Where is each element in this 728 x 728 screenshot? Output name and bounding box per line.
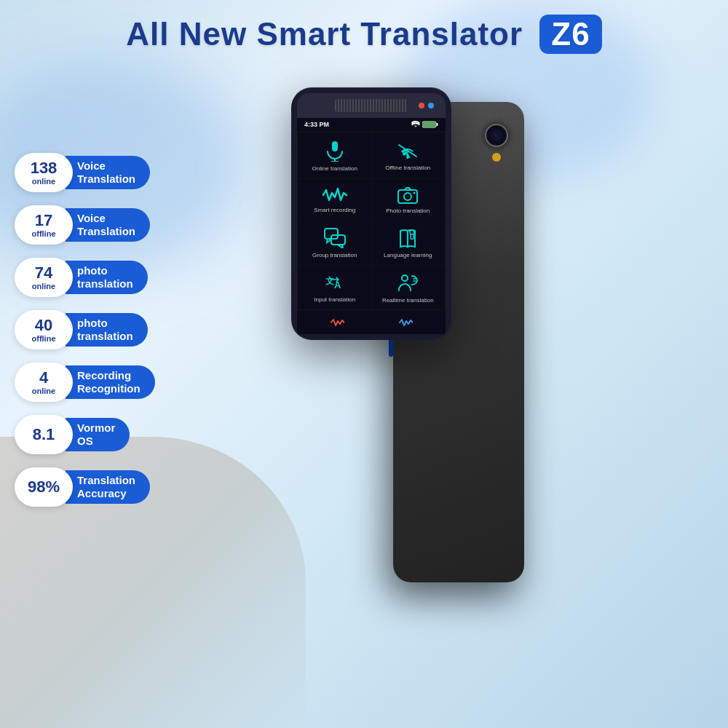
stat-pill-0: 138onlineVoiceTranslation bbox=[15, 153, 155, 192]
cell-label-group-translation: Group translation bbox=[312, 252, 357, 259]
svg-point-6 bbox=[406, 156, 409, 159]
led-blue bbox=[428, 103, 434, 108]
mic-icon bbox=[325, 140, 345, 162]
stat-value-5: 8.1 bbox=[33, 426, 55, 443]
wifi-off-icon bbox=[397, 141, 418, 161]
screen-cell-input-translation[interactable]: 文 A Input translation bbox=[298, 266, 371, 310]
stat-number-5: 8.1 bbox=[15, 415, 73, 454]
stat-number-6: 98% bbox=[15, 467, 73, 507]
page-title: All New Smart Translator Z6 bbox=[0, 15, 728, 54]
stats-container: 138onlineVoiceTranslation17offlineVoiceT… bbox=[15, 153, 155, 507]
stat-label-3: phototranslation bbox=[66, 313, 148, 347]
cell-label-smart-recording: Smart recording bbox=[314, 207, 355, 214]
svg-rect-2 bbox=[423, 122, 435, 127]
stat-label-1: VoiceTranslation bbox=[66, 208, 150, 242]
screen-cell-online-translation[interactable]: Online translation bbox=[298, 132, 371, 178]
stat-sub-0: online bbox=[32, 177, 55, 186]
wifi-icon bbox=[411, 121, 420, 128]
camera-flash bbox=[492, 153, 501, 162]
cell-label-input-translation: Input translation bbox=[314, 296, 355, 304]
stat-number-3: 40offline bbox=[15, 310, 73, 349]
translate-icon: 文 A bbox=[324, 274, 346, 293]
stat-label-6: TranslationAccuracy bbox=[66, 470, 150, 504]
stat-label-2: phototranslation bbox=[66, 261, 148, 294]
phone-back-camera bbox=[483, 124, 510, 162]
chat-icon bbox=[324, 228, 346, 248]
stat-number-4: 4online bbox=[15, 363, 73, 402]
title-main: All New Smart Translator bbox=[126, 16, 523, 52]
stat-value-2: 74 bbox=[35, 264, 52, 282]
svg-rect-1 bbox=[437, 123, 438, 126]
stat-pill-1: 17offlineVoiceTranslation bbox=[15, 205, 155, 245]
stat-label-4: RecordingRecognition bbox=[66, 365, 155, 399]
stat-pill-6: 98%TranslationAccuracy bbox=[15, 467, 155, 507]
stat-number-2: 74online bbox=[15, 258, 73, 297]
cell-label-language-learning: Language learning bbox=[384, 252, 432, 259]
speaker-grille bbox=[335, 99, 408, 112]
svg-text:文: 文 bbox=[325, 276, 334, 286]
stat-value-3: 40 bbox=[35, 317, 52, 334]
stat-number-1: 17offline bbox=[15, 205, 73, 245]
status-icons bbox=[411, 121, 438, 128]
stat-sub-2: online bbox=[32, 282, 55, 290]
stat-value-6: 98% bbox=[28, 478, 60, 496]
screen-cell-smart-recording[interactable]: Smart recording bbox=[298, 179, 371, 221]
stat-pill-2: 74onlinephototranslation bbox=[15, 258, 155, 297]
person-talk-icon bbox=[397, 273, 418, 293]
led-dots bbox=[419, 103, 434, 108]
screen-cell-photo-translation[interactable]: Photo translation bbox=[372, 179, 445, 221]
camera-icon bbox=[397, 186, 418, 204]
stat-pill-3: 40offlinephototranslation bbox=[15, 310, 155, 349]
stat-sub-1: offline bbox=[32, 229, 56, 238]
led-red bbox=[419, 103, 424, 108]
stat-pill-4: 4onlineRecordingRecognition bbox=[15, 363, 155, 402]
svg-text:A: A bbox=[334, 280, 341, 290]
stat-sub-3: offline bbox=[32, 334, 56, 343]
phone-bottom-bar bbox=[297, 311, 446, 334]
svg-point-9 bbox=[414, 191, 416, 194]
screen-cell-language-learning[interactable]: Language learning bbox=[372, 221, 445, 265]
phone-screen: 4:33 PM Online translation bbox=[297, 118, 446, 334]
svg-point-15 bbox=[402, 275, 408, 281]
phone-front: 4:33 PM Online translation bbox=[291, 87, 451, 340]
stat-pill-5: 8.1VormorOS bbox=[15, 415, 155, 454]
bottom-wave-left bbox=[330, 317, 344, 328]
bottom-wave-right bbox=[398, 317, 413, 328]
screen-time: 4:33 PM bbox=[304, 121, 329, 128]
stat-number-0: 138online bbox=[15, 153, 73, 192]
phone-top-bar bbox=[297, 93, 446, 118]
screen-statusbar: 4:33 PM bbox=[297, 118, 446, 131]
stat-label-5: VormorOS bbox=[66, 418, 130, 451]
screen-grid: Online translation Offline translation bbox=[297, 131, 446, 311]
title-badge: Z6 bbox=[539, 15, 601, 54]
screen-cell-group-translation[interactable]: Group translation bbox=[298, 221, 371, 265]
stat-sub-4: online bbox=[32, 387, 55, 395]
stat-label-0: VoiceTranslation bbox=[66, 156, 150, 189]
cell-label-offline-translation: Offline translation bbox=[385, 165, 430, 172]
screen-cell-offline-translation[interactable]: Offline translation bbox=[372, 132, 445, 178]
svg-rect-3 bbox=[332, 141, 338, 151]
cell-label-online-translation: Online translation bbox=[312, 165, 357, 173]
svg-point-8 bbox=[404, 193, 411, 200]
screen-cell-realtime-translation[interactable]: Realtime translation bbox=[372, 266, 445, 310]
stat-value-1: 17 bbox=[35, 212, 52, 229]
stat-value-4: 4 bbox=[39, 369, 48, 387]
book-icon bbox=[397, 228, 418, 248]
wave-icon bbox=[322, 187, 348, 203]
stat-value-0: 138 bbox=[31, 159, 58, 177]
camera-lens bbox=[485, 124, 508, 147]
phone-area: 4:33 PM Online translation bbox=[262, 87, 480, 340]
cell-label-realtime-translation: Realtime translation bbox=[382, 297, 434, 304]
cell-label-photo-translation: Photo translation bbox=[386, 207, 430, 215]
battery-icon bbox=[422, 121, 438, 128]
